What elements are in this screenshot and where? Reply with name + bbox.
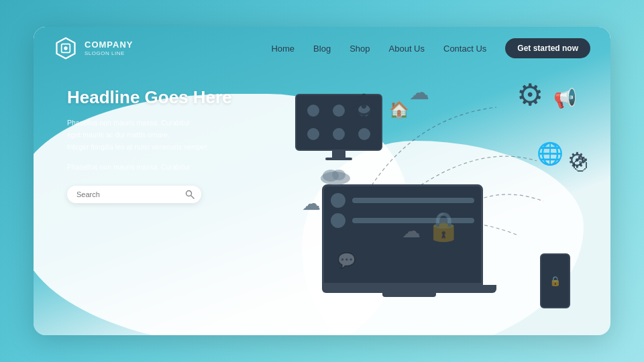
svg-point-3 xyxy=(186,190,192,196)
megaphone-icon: 📢 xyxy=(553,87,577,109)
nav-about[interactable]: About Us xyxy=(389,44,425,54)
illustration: .dashed { stroke: #3a4858; stroke-width:… xyxy=(282,67,597,322)
phone: 🔒 xyxy=(540,253,570,308)
cloud-icon: ☁ xyxy=(409,80,429,104)
svg-point-7 xyxy=(332,170,345,180)
logo-text: COMPANY SLOGON LINE xyxy=(85,40,133,56)
main-card: COMPANY SLOGON LINE Home Blog Shop About… xyxy=(34,27,610,335)
gear-icon-large: ⚙ xyxy=(349,87,379,126)
home-icon: 🏠 xyxy=(389,101,409,119)
cloud-icon-2: ☁ xyxy=(302,192,321,215)
navbar: COMPANY SLOGON LINE Home Blog Shop About… xyxy=(34,27,610,70)
speed-icon: ⏱ xyxy=(572,154,590,176)
hero-body2: Phasellus non mauris massa. Curabitur xyxy=(67,162,282,174)
laptop-screen: 🔒 ☁ 💬 xyxy=(322,184,483,285)
logo-slogan: SLOGON LINE xyxy=(85,50,133,57)
monitor-dot xyxy=(358,128,370,140)
monitor-dot xyxy=(307,128,319,140)
laptop-base xyxy=(322,285,496,293)
logo-icon xyxy=(54,36,78,60)
monitor-dot xyxy=(307,105,319,117)
get-started-button[interactable]: Get started now xyxy=(505,38,590,58)
nav-links: Home Blog Shop About Us Contact Us Get s… xyxy=(271,38,590,58)
nav-shop[interactable]: Shop xyxy=(350,44,370,54)
nav-blog[interactable]: Blog xyxy=(313,44,331,54)
monitor-foot xyxy=(325,158,352,160)
svg-point-2 xyxy=(64,46,67,50)
nav-contact[interactable]: Contact Us xyxy=(443,44,486,54)
small-cloud xyxy=(319,165,352,188)
laptop: 🔒 ☁ 💬 xyxy=(322,184,496,302)
hero-headline: Headline Goes Here xyxy=(67,87,282,108)
logo: COMPANY SLOGON LINE xyxy=(54,36,133,60)
search-input[interactable] xyxy=(76,190,185,198)
gear-icon-medium: ⚙ xyxy=(517,77,543,113)
monitor-dot xyxy=(333,105,345,117)
hero-content: Headline Goes Here Phasellus non mauris … xyxy=(67,87,282,203)
nav-home[interactable]: Home xyxy=(271,44,294,54)
svg-line-4 xyxy=(191,196,194,198)
search-button[interactable] xyxy=(185,190,195,199)
laptop-stand xyxy=(382,293,436,297)
globe-icon: 🌐 xyxy=(537,141,564,166)
monitor-dot xyxy=(333,128,345,140)
search-bar xyxy=(67,186,201,203)
monitor-stand xyxy=(332,151,345,158)
outer-background: COMPANY SLOGON LINE Home Blog Shop About… xyxy=(0,0,644,362)
hero-body1: Phasellus non mauris massa. Curabitur eg… xyxy=(67,117,282,154)
logo-company: COMPANY xyxy=(85,40,133,50)
